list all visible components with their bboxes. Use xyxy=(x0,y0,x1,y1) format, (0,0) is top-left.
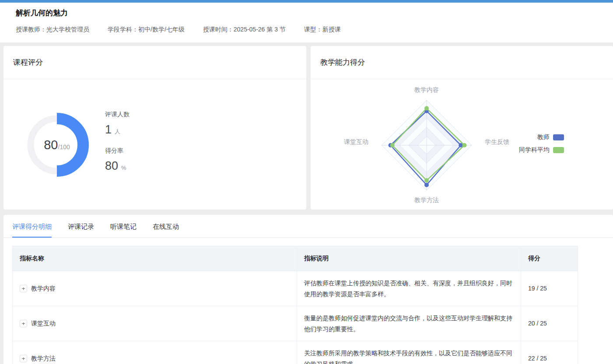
score-rate-value: 80 xyxy=(105,159,118,173)
tab-score-detail[interactable]: 评课得分明细 xyxy=(12,223,52,238)
meta-grade-subject-label: 学段学科： xyxy=(108,26,138,33)
indicator-score: 20 / 25 xyxy=(521,306,578,341)
tab-online-interaction[interactable]: 在线互动 xyxy=(153,223,179,238)
tab-listening-notes[interactable]: 听课笔记 xyxy=(110,223,137,238)
meta-course-type-label: 课型： xyxy=(304,26,322,33)
score-rate-unit: % xyxy=(121,164,126,171)
table-row: +教学方法 关注教师所采用的教学策略和技术手段的有效性，以及它们是否能够适应不同… xyxy=(13,341,578,364)
score-donut-chart: 80/100 xyxy=(22,110,92,180)
radar-svg xyxy=(352,79,501,209)
indicator-name: 课堂互动 xyxy=(31,318,56,329)
meta-grade-subject-value: 初中/数学/七年级 xyxy=(138,26,185,33)
radar-axis-label-content: 教学内容 xyxy=(409,86,444,94)
expand-icon[interactable]: + xyxy=(20,355,27,362)
legend-subject-average-marker xyxy=(553,147,564,153)
detail-section-card: 评课得分明细 评课记录 听课笔记 在线互动 指标名称 指标说明 得分 +教学内容… xyxy=(4,215,613,364)
meta-grade-subject: 学段学科：初中/数学/七年级 xyxy=(108,26,185,34)
teaching-ability-card-title: 教学能力得分 xyxy=(320,57,365,67)
radar-legend: 教师 同学科平均 xyxy=(519,133,564,159)
course-meta: 授课教师：光大学校管理员 学段学科：初中/数学/七年级 授课时间：2025-05… xyxy=(16,26,597,34)
meta-teacher: 授课教师：光大学校管理员 xyxy=(16,26,89,34)
column-header-indicator-description: 指标说明 xyxy=(297,246,521,271)
meta-course-type: 课型：新授课 xyxy=(304,26,341,34)
reviewer-count: 1 人 xyxy=(105,123,130,136)
indicator-name: 教学方法 xyxy=(31,353,56,364)
course-score-card-header: 课程评分 xyxy=(4,46,306,79)
teaching-ability-card: 教学能力得分 教学内容 学生反馈 教学方法 课堂互动 教师 同学科平均 xyxy=(311,46,613,210)
table-row: +课堂互动 衡量的是教师如何促进课堂内的交流与合作，以及这些互动对学生理解和支持… xyxy=(13,306,578,341)
indicator-description: 衡量的是教师如何促进课堂内的交流与合作，以及这些互动对学生理解和支持他们学习的重… xyxy=(297,306,521,341)
indicator-description: 关注教师所采用的教学策略和技术手段的有效性，以及它们是否能够适应不同的学习风格和… xyxy=(297,341,521,364)
legend-teacher-label: 教师 xyxy=(537,133,550,141)
score-value: 80 xyxy=(44,138,58,152)
meta-teacher-value: 光大学校管理员 xyxy=(46,26,89,33)
table-row: +教学内容 评估教师在课堂上传授的知识是否准确、相关、有深度，并且组织良好，同时… xyxy=(13,271,578,306)
radar-axis-label-method: 教学方法 xyxy=(409,196,444,204)
score-detail-table: 指标名称 指标说明 得分 +教学内容 评估教师在课堂上传授的知识是否准确、相关、… xyxy=(12,246,578,364)
indicator-score: 22 / 25 xyxy=(521,341,578,364)
donut-center-label: 80/100 xyxy=(22,110,92,180)
score-max: /100 xyxy=(58,144,70,150)
reviewer-count-label: 评课人数 xyxy=(105,111,130,119)
score-rate: 80 % xyxy=(105,159,130,173)
indicator-description: 评估教师在课堂上传授的知识是否准确、相关、有深度，并且组织良好，同时使用的教学资… xyxy=(297,271,521,306)
page-header: 解析几何的魅力 授课教师：光大学校管理员 学段学科：初中/数学/七年级 授课时间… xyxy=(0,3,613,42)
indicator-name: 教学内容 xyxy=(31,283,56,294)
meta-teacher-label: 授课教师： xyxy=(16,26,46,33)
legend-subject-average-label: 同学科平均 xyxy=(519,146,550,154)
expand-icon[interactable]: + xyxy=(20,320,27,327)
meta-time-label: 授课时间： xyxy=(203,26,234,33)
page-title: 解析几何的魅力 xyxy=(16,8,597,18)
teaching-ability-card-header: 教学能力得分 xyxy=(311,46,613,79)
radar-chart: 教学内容 学生反馈 教学方法 课堂互动 教师 同学科平均 xyxy=(311,79,613,209)
radar-axis-label-feedback: 学生反馈 xyxy=(485,138,509,146)
meta-time: 授课时间：2025-05-26 第 3 节 xyxy=(203,26,286,34)
score-stats: 评课人数 1 人 得分率 80 % xyxy=(105,111,130,183)
meta-course-type-value: 新授课 xyxy=(322,26,341,33)
course-score-card-title: 课程评分 xyxy=(13,57,43,67)
table-header-row: 指标名称 指标说明 得分 xyxy=(13,246,578,271)
radar-axis-label-interaction: 课堂互动 xyxy=(344,138,368,146)
indicator-score: 19 / 25 xyxy=(521,271,578,306)
meta-time-value: 2025-05-26 第 3 节 xyxy=(234,26,286,33)
tab-bar: 评课得分明细 评课记录 听课笔记 在线互动 xyxy=(4,215,613,238)
course-score-card: 课程评分 80/100 评课人数 1 人 得分率 80 xyxy=(4,46,306,210)
expand-icon[interactable]: + xyxy=(20,285,27,292)
legend-teacher-marker xyxy=(553,134,564,140)
reviewer-count-value: 1 xyxy=(105,123,112,136)
tab-review-records[interactable]: 评课记录 xyxy=(68,223,94,238)
reviewer-count-unit: 人 xyxy=(115,128,120,136)
score-rate-label: 得分率 xyxy=(105,147,130,155)
legend-item-teacher[interactable]: 教师 xyxy=(519,133,564,141)
column-header-score: 得分 xyxy=(521,246,578,271)
column-header-indicator-name: 指标名称 xyxy=(13,246,297,271)
legend-item-subject-average[interactable]: 同学科平均 xyxy=(519,146,564,154)
